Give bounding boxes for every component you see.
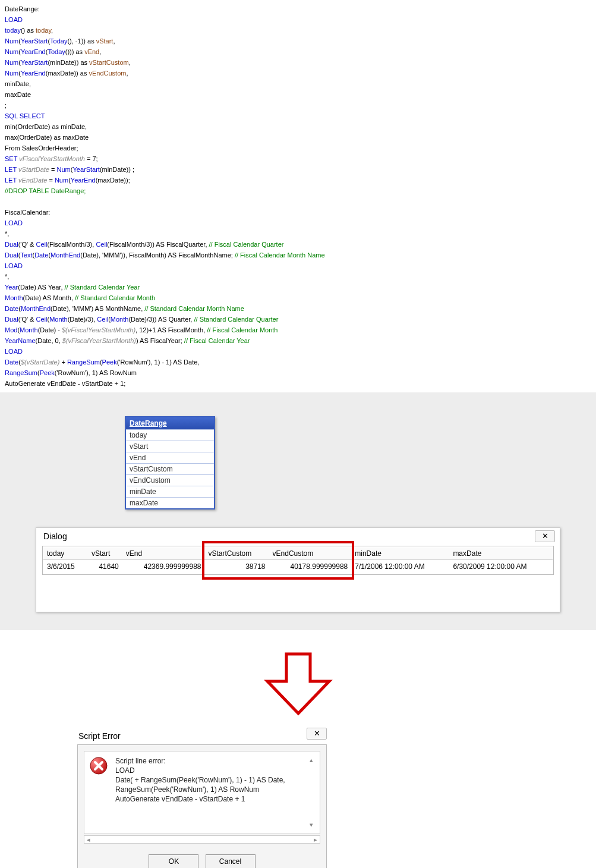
code-line: From SalesOrderHeader; <box>5 143 591 153</box>
code-line: Month(Date) AS Month, // Standard Calend… <box>5 293 591 303</box>
scroll-right-icon[interactable]: ▸ <box>314 836 317 844</box>
code-line: Num(YearStart(minDate)) as vStartCustom, <box>5 57 591 68</box>
code-line: min(OrderDate) as minDate, <box>5 121 591 132</box>
column-header: vEndCustom <box>269 548 352 560</box>
scrollbar-horizontal[interactable]: ◂ ▸ <box>84 835 320 844</box>
code-line: //DROP TABLE DateRange; <box>5 185 591 196</box>
daterange-field[interactable]: today <box>126 429 214 441</box>
column-header: vEnd <box>122 548 205 560</box>
script-error-dialog: ✕ Script Error Script line error:LOADDat… <box>77 729 327 868</box>
code-line: *, <box>5 271 591 282</box>
code-line: Date($(vStartDate) + RangeSum(Peek('RowN… <box>5 357 591 367</box>
dialog-table: todayvStartvEndvStartCustomvEndCustommin… <box>43 548 553 573</box>
scrollbar-vertical[interactable]: ▴ ▾ <box>308 756 315 829</box>
code-line: maxDate <box>5 89 591 100</box>
code-line: LOAD <box>5 260 591 271</box>
column-header: minDate <box>351 548 449 560</box>
bottom-area: ✕ Script Error Script line error:LOADDat… <box>0 630 596 868</box>
cell: 6/30/2009 12:00:00 AM <box>449 560 553 574</box>
gray-band: DateRange todayvStartvEndvStartCustomvEn… <box>0 392 596 630</box>
daterange-field[interactable]: vStart <box>126 441 214 452</box>
cell: 41640 <box>88 560 122 574</box>
scroll-up-icon[interactable]: ▴ <box>310 756 313 764</box>
table-row: 3/6/20154164042369.9999999883871840178.9… <box>43 560 553 574</box>
arrow-down-icon <box>263 652 334 717</box>
svg-marker-0 <box>267 654 329 713</box>
code-line: YearName(Date, 0, $(vFiscalYearStartMont… <box>5 335 591 346</box>
code-line: Mod(Month(Date) - $(vFiscalYearStartMont… <box>5 325 591 335</box>
code-line: LOAD <box>5 346 591 357</box>
code-line: Date(MonthEnd(Date), 'MMM') AS MonthName… <box>5 303 591 314</box>
code-line: LET vEndDate = Num(YearEnd(maxDate)); <box>5 175 591 185</box>
error-message: Script line error:LOADDate( + RangeSum(P… <box>115 756 301 804</box>
code-line: *, <box>5 228 591 239</box>
code-line: Num(YearEnd(Today())) as vEnd, <box>5 46 591 57</box>
cell: 40178.999999988 <box>269 560 352 574</box>
code-line: Dual(Text(Date(MonthEnd(Date), 'MMM')), … <box>5 250 591 260</box>
code-line: LET vStartDate = Num(YearStart(minDate))… <box>5 164 591 175</box>
code-line: Dual('Q' & Ceil(Month(Date)/3), Ceil(Mon… <box>5 314 591 325</box>
code-line: LOAD <box>5 218 591 228</box>
column-header: vStart <box>88 548 122 560</box>
dialog-title: Dialog <box>36 528 560 545</box>
code-line: SQL SELECT <box>5 111 591 121</box>
cancel-button[interactable]: Cancel <box>206 854 256 868</box>
daterange-header: DateRange <box>126 417 214 429</box>
column-header: vStartCustom <box>205 548 269 560</box>
code-line: FiscalCalendar: <box>5 207 591 218</box>
code-line: minDate, <box>5 78 591 89</box>
code-line: Year(Date) AS Year, // Standard Calendar… <box>5 282 591 293</box>
ok-button[interactable]: OK <box>149 854 198 868</box>
code-line: RangeSum(Peek('RowNum'), 1) AS RowNum <box>5 367 591 378</box>
column-header: maxDate <box>449 548 553 560</box>
scroll-down-icon[interactable]: ▾ <box>310 821 313 829</box>
script-code: DateRange:LOADtoday() as today,Num(YearS… <box>0 0 596 392</box>
daterange-field[interactable]: vStartCustom <box>126 463 214 474</box>
column-header: today <box>43 548 88 560</box>
code-line: Num(YearEnd(maxDate)) as vEndCustom, <box>5 68 591 78</box>
cell: 3/6/2015 <box>43 560 88 574</box>
daterange-table: DateRange todayvStartvEndvStartCustomvEn… <box>125 416 215 510</box>
code-line: DateRange: <box>5 4 591 14</box>
daterange-field[interactable]: vEndCustom <box>126 474 214 486</box>
code-line: SET vFiscalYearStartMonth = 7; <box>5 153 591 164</box>
code-line: Dual('Q' & Ceil(FiscalMonth/3), Ceil(Fis… <box>5 239 591 250</box>
cell: 42369.999999988 <box>122 560 205 574</box>
code-line: today() as today, <box>5 25 591 36</box>
cell: 7/1/2006 12:00:00 AM <box>351 560 449 574</box>
daterange-field[interactable]: vEnd <box>126 452 214 463</box>
code-line: ; <box>5 100 591 111</box>
dialog-close-button[interactable]: ✕ <box>535 530 555 542</box>
code-line: max(OrderDate) as maxDate <box>5 132 591 143</box>
error-icon <box>89 756 108 775</box>
daterange-field[interactable]: minDate <box>126 486 214 497</box>
error-title: Script Error <box>77 729 327 744</box>
code-line: AutoGenerate vEndDate - vStartDate + 1; <box>5 378 591 389</box>
code-line <box>5 196 591 207</box>
daterange-field[interactable]: maxDate <box>126 497 214 508</box>
scroll-left-icon[interactable]: ◂ <box>87 836 90 844</box>
code-line: Num(YearStart(Today(), -1)) as vStart, <box>5 36 591 46</box>
error-close-button[interactable]: ✕ <box>307 728 327 740</box>
cell: 38718 <box>205 560 269 574</box>
dialog-window: ✕ Dialog todayvStartvEndvStartCustomvEnd… <box>36 527 560 612</box>
code-line: LOAD <box>5 14 591 25</box>
